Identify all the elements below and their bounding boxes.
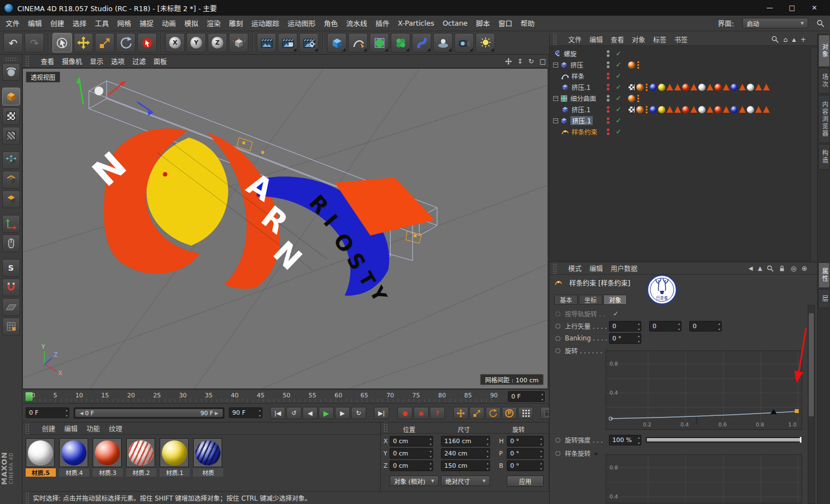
enable-check-icon[interactable]: ✓ xyxy=(616,128,621,136)
expand-triangle-icon[interactable]: ▸ xyxy=(595,450,598,457)
search-icon[interactable] xyxy=(771,36,779,43)
texture-tag-triangle-icon[interactable] xyxy=(690,106,697,113)
expand-toggle[interactable] xyxy=(553,118,558,123)
menu-script[interactable]: 脚本 xyxy=(476,18,490,28)
attr-menu-edit[interactable]: 编辑 xyxy=(589,263,603,273)
om-menu-tag[interactable]: 标签 xyxy=(653,35,666,44)
up-icon[interactable]: ▲ xyxy=(792,37,796,42)
tab-object[interactable]: 对象 xyxy=(603,295,627,305)
texture-tag-triangle-icon[interactable] xyxy=(666,84,673,90)
object-manager-scrollbar[interactable] xyxy=(810,48,817,262)
om-menu-bookmark[interactable]: 书签 xyxy=(674,35,688,44)
object-row-spline[interactable]: 样条 ✓ xyxy=(550,70,809,81)
render-settings-button[interactable] xyxy=(299,33,319,52)
keyframe-circle-icon[interactable] xyxy=(555,311,560,316)
workplane-mode-icon[interactable] xyxy=(2,127,20,145)
snap-toggle-icon[interactable]: S xyxy=(2,259,20,277)
redo-button[interactable]: ↷ xyxy=(25,33,44,52)
om-menu-file[interactable]: 文件 xyxy=(568,35,582,44)
keyframe-circle-icon[interactable] xyxy=(555,336,560,341)
magnet-snap-icon[interactable] xyxy=(2,279,20,296)
material-name[interactable]: 材质.2 xyxy=(126,468,156,477)
object-row-helix[interactable]: 螺旋 ✓ xyxy=(550,48,809,59)
tab-layers-panel[interactable]: 层 xyxy=(818,289,830,308)
add-mograph-button[interactable] xyxy=(391,33,410,52)
tab-structure-panel[interactable]: 构造 xyxy=(818,144,830,170)
scale-tool-button[interactable] xyxy=(95,33,114,52)
position-y-field[interactable]: 0 cm xyxy=(390,448,433,459)
texture-tag-triangle-icon[interactable] xyxy=(723,106,730,113)
spline-rotation-graph[interactable]: 0.8 0.4 xyxy=(606,454,802,503)
panel-grip[interactable] xyxy=(383,423,388,433)
rail-rotation-checkbox[interactable]: ✓ xyxy=(613,310,618,318)
enable-check-icon[interactable]: ✓ xyxy=(616,83,621,91)
menu-plugins[interactable]: 插件 xyxy=(376,18,390,28)
timeline-ruler[interactable]: 051015202530354045505560657075808590 0 F xyxy=(22,389,548,404)
texture-tag-sphere-icon[interactable] xyxy=(682,106,689,113)
apply-button[interactable]: 应用 xyxy=(507,476,544,487)
material-menu-create[interactable]: 创建 xyxy=(42,424,55,433)
material-name[interactable]: 材质.5 xyxy=(26,468,56,477)
texture-tag-sphere-icon[interactable] xyxy=(636,84,644,91)
tab-attributes-panel[interactable]: 属性 xyxy=(818,262,830,288)
interface-dropdown[interactable]: 启动 xyxy=(742,18,808,28)
material-item[interactable]: 材质 xyxy=(193,438,223,477)
texture-tag-triangle-icon[interactable] xyxy=(674,106,681,113)
texture-tag-triangle-icon[interactable] xyxy=(763,84,770,90)
rotate-view-icon[interactable]: ↻ xyxy=(529,57,534,65)
rotation-p-field[interactable]: 0 ° xyxy=(507,448,544,459)
polygons-mode-icon[interactable] xyxy=(2,190,20,208)
key-rotation-toggle[interactable] xyxy=(486,407,501,419)
panel-grip[interactable] xyxy=(5,57,17,61)
add-spline-button[interactable] xyxy=(348,33,368,52)
tab-basic[interactable]: 基本 xyxy=(554,295,578,305)
texture-tag-sphere-icon[interactable] xyxy=(714,106,722,113)
up-vector-z-field[interactable]: 0 xyxy=(689,321,722,332)
workplane-lock-icon[interactable] xyxy=(2,298,20,316)
texture-tag-dots-icon[interactable] xyxy=(636,95,640,102)
rotation-b-field[interactable]: 0 ° xyxy=(507,460,544,471)
autokey-button[interactable]: ◉ xyxy=(414,407,429,419)
record-keyframe-button[interactable]: ● xyxy=(397,407,412,419)
texture-tag-sphere-icon[interactable] xyxy=(628,61,635,69)
gizmo-center-handle[interactable] xyxy=(94,87,103,95)
texture-tag-sphere-icon[interactable] xyxy=(682,84,689,91)
model-mode-icon[interactable] xyxy=(2,88,20,105)
texture-tag-triangle-icon[interactable] xyxy=(674,84,681,90)
search-icon[interactable] xyxy=(767,265,774,272)
enable-check-icon[interactable]: ✓ xyxy=(616,117,621,124)
history-back-icon[interactable]: ◀ xyxy=(749,265,753,271)
add-camera-button[interactable] xyxy=(454,33,474,52)
lock-x-axis-button[interactable]: X xyxy=(165,33,185,52)
attr-menu-userdata[interactable]: 用户数据 xyxy=(611,263,637,273)
up-vector-y-field[interactable]: 0 xyxy=(649,321,682,332)
enable-check-icon[interactable]: ✓ xyxy=(616,72,621,80)
add-generator-button[interactable] xyxy=(370,33,389,52)
texture-tag-checker-icon[interactable] xyxy=(628,106,635,113)
panel-grip[interactable] xyxy=(552,33,557,45)
visibility-dots[interactable] xyxy=(607,83,610,91)
menu-mograph[interactable]: 运动图形 xyxy=(287,18,315,28)
move-tool-button[interactable] xyxy=(74,33,93,52)
keyframe-circle-icon[interactable] xyxy=(555,348,560,353)
menu-tools[interactable]: 工具 xyxy=(95,18,109,28)
viewport-menu-options[interactable]: 选项 xyxy=(111,56,124,66)
menu-edit[interactable]: 编辑 xyxy=(28,18,42,28)
key-parameter-toggle[interactable]: P xyxy=(502,407,517,419)
add-icon[interactable]: + xyxy=(800,36,806,44)
viewport-menu-filter[interactable]: 过滤 xyxy=(132,56,146,66)
visibility-dots[interactable] xyxy=(607,117,610,124)
menu-pipeline[interactable]: 流水线 xyxy=(346,18,367,28)
search-icon[interactable] xyxy=(817,20,824,27)
up-vector-x-field[interactable]: 0 xyxy=(609,321,641,332)
size-z-field[interactable]: 150 cm xyxy=(441,460,490,471)
lock-y-axis-button[interactable]: Y xyxy=(186,33,206,52)
coordinate-system-button[interactable] xyxy=(229,33,248,52)
lock-z-axis-button[interactable]: Z xyxy=(208,33,227,52)
texture-tag-sphere-icon[interactable] xyxy=(731,84,738,91)
menu-render[interactable]: 渲染 xyxy=(207,18,220,28)
viewport-solo-icon[interactable] xyxy=(2,234,20,252)
texture-tag-sphere-icon[interactable] xyxy=(650,84,657,91)
menu-select[interactable]: 选择 xyxy=(73,18,87,28)
menu-octane[interactable]: Octane xyxy=(443,19,468,27)
